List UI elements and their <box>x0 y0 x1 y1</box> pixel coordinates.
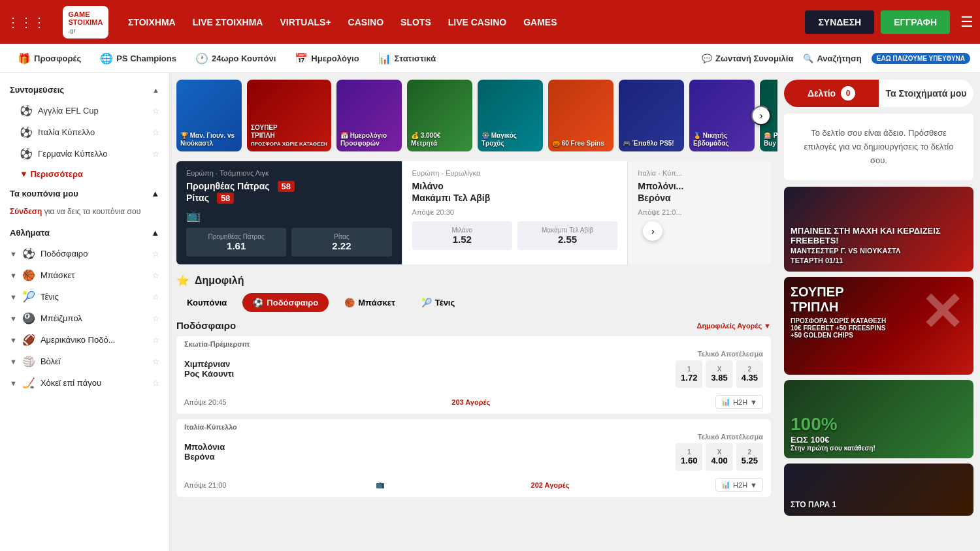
shortcuts-header[interactable]: Συντομεύσεις ▲ <box>0 80 169 100</box>
carousel-next-button[interactable]: › <box>751 106 771 125</box>
sport-item-basket[interactable]: ▼ 🏀 Μπάσκετ ☆ <box>0 264 169 286</box>
subnav-ps-champions[interactable]: 🌐 PS Champions <box>92 49 184 68</box>
nav-casino[interactable]: CASINO <box>342 13 390 31</box>
sport-label-volleyball: Βόλεϊ <box>41 356 61 366</box>
fav-icon-1[interactable]: ☆ <box>152 106 159 116</box>
tab-coupons[interactable]: Κουπόνια <box>176 293 237 312</box>
sport-fav-tennis[interactable]: ☆ <box>152 292 159 302</box>
nav-live-casino[interactable]: LIVE CASINO <box>442 13 513 31</box>
match-1-odds-x[interactable]: X 3.85 <box>706 360 732 388</box>
sport-item-tennis[interactable]: ▼ 🎾 Τένις ☆ <box>0 286 169 307</box>
sport-item-volleyball[interactable]: ▼ 🏐 Βόλεϊ ☆ <box>0 351 169 372</box>
sidebar-item-germany[interactable]: ⚽ Γερμανία Κύπελλο ☆ <box>0 143 169 165</box>
sport-fav-soccer[interactable]: ☆ <box>152 249 159 259</box>
sport-icon-soccer: ⚽ <box>22 247 35 260</box>
sub-navigation: 🎁 Προσφορές 🌐 PS Champions 🕐 24ωρο Κουπό… <box>0 44 980 73</box>
sport-label-tennis: Τένις <box>41 292 59 302</box>
register-button[interactable]: ΕΓΓΡΑΦΗ <box>881 10 950 34</box>
chevron-icon-2: ▼ <box>750 481 757 489</box>
banner-card-6[interactable]: 🎃 60 Free Spins <box>548 80 613 151</box>
popular-markets-btn[interactable]: Δημοφιλείς Αγορές ▼ <box>696 322 771 330</box>
fav-icon-3[interactable]: ☆ <box>152 150 159 159</box>
live-odds-btn-2[interactable]: Ρίτας 2.22 <box>291 228 391 257</box>
match-1-odds-1[interactable]: 1 1.72 <box>676 360 702 388</box>
tab-basket[interactable]: 🏀 Μπάσκετ <box>334 293 406 312</box>
sidebar-germany-label: Γερμανία Κύπελλο <box>38 149 107 159</box>
match-2-result-header: Τελικό Αποτέλεσμα <box>676 433 763 441</box>
logo[interactable]: GAMESTOIXIMA.gr <box>63 6 108 39</box>
banner-card-2[interactable]: ΣΟΥΠΕΡΤΡΙΠΛΗΠΡΟΣΦΟΡΑ ΧΩΡΙΣ ΚΑΤΑΘΕΣΗ <box>247 80 331 151</box>
grid-icon[interactable]: ⋮⋮⋮ <box>7 14 46 30</box>
search-button[interactable]: 🔍 Αναζήτηση <box>803 54 861 63</box>
sport-item-hockey[interactable]: ▼ 🏒 Χόκεϊ επί πάγου ☆ <box>0 372 169 394</box>
promo-banner-1[interactable]: ΜΠΑΙΝΕΙΣ ΣΤΗ ΜΑΧΗ ΚΑΙ ΚΕΡΔΙΖΕΙΣ FREEBETS… <box>784 187 973 272</box>
match-2-h2h-btn[interactable]: 📊 H2H ▼ <box>715 478 763 492</box>
sidebar-more-btn[interactable]: ▼ Περισσότερα <box>0 165 169 183</box>
match-2-odds-2[interactable]: 2 5.25 <box>736 443 763 471</box>
popular-tabs: Κουπόνια ⚽ Ποδόσφαιρο 🏀 Μπάσκετ 🎾 Τένις <box>176 293 771 312</box>
fav-icon-2[interactable]: ☆ <box>152 128 159 137</box>
match-2-odds-x[interactable]: X 4.00 <box>706 443 732 471</box>
nav-virtuals[interactable]: VIRTUALS+ <box>273 13 337 31</box>
match-1-h2h-btn[interactable]: 📊 H2H ▼ <box>715 395 763 409</box>
sport-fav-american[interactable]: ☆ <box>152 336 159 345</box>
banner-card-5[interactable]: 🎡 ΜαγικόςΤροχός <box>478 80 543 151</box>
sport-item-american[interactable]: ▼ 🏈 Αμερικάνικο Ποδό... ☆ <box>0 329 169 351</box>
sidebar: Συντομεύσεις ▲ ⚽ Αγγλία EFL Cup ☆ ⚽ Ιταλ… <box>0 73 170 551</box>
hamburger-icon[interactable]: ☰ <box>960 14 973 31</box>
sport-fav-volleyball[interactable]: ☆ <box>152 357 159 366</box>
live-chat-button[interactable]: 💬 Ζωντανή Συνομιλία <box>702 54 793 63</box>
nav-stoixima[interactable]: ΣΤΟΙΧΗΜΑ <box>122 13 182 31</box>
sidebar-item-italy[interactable]: ⚽ Ιταλία Κύπελλο ☆ <box>0 121 169 143</box>
live-score1: 58 <box>278 181 295 192</box>
subnav-calendar[interactable]: 📅 Ημερολόγιο <box>287 49 367 68</box>
my-bets-button[interactable]: Τα Στοιχήματά μου <box>879 80 973 107</box>
match-2-markets-link[interactable]: 202 Αγορές <box>531 481 570 489</box>
banner-card-1[interactable]: 🏆 Μαν. Γιουν. vsΝιούκαστλ <box>176 80 242 151</box>
sidebar-item-efl[interactable]: ⚽ Αγγλία EFL Cup ☆ <box>0 100 169 121</box>
live-match-1-odds: Προμηθέας Πάτρας 1.61 Ρίτας 2.22 <box>186 228 392 257</box>
match-2-time: Απόψε 21:00 <box>184 481 226 489</box>
match-1-odds-2-val: 4.35 <box>742 373 758 383</box>
betslip-button[interactable]: Δελτίο 0 <box>784 80 879 107</box>
match-1-odds-2[interactable]: 2 4.35 <box>736 360 763 388</box>
live-next-button[interactable]: › <box>643 221 662 241</box>
promo-banner-4[interactable]: ΣΤΟ ΠΑΡΑ 1 <box>784 464 973 516</box>
live-odds-btn-1[interactable]: Προμηθέας Πάτρας 1.61 <box>186 228 286 257</box>
sport-fav-basket[interactable]: ☆ <box>152 271 159 280</box>
nav-slots[interactable]: SLOTS <box>394 13 438 31</box>
coupons-header[interactable]: Τα κουπόνια μου ▲ <box>0 183 169 204</box>
sport-fav-hockey[interactable]: ☆ <box>152 379 159 388</box>
nav-games[interactable]: GAMES <box>517 13 563 31</box>
coupons-login-link[interactable]: Σύνδεση <box>10 207 42 216</box>
live-match-1: Ευρώπη - Τσάμπιονς Λιγκ Προμηθέας Πάτρας… <box>176 161 402 264</box>
promo-banner-2[interactable]: ΣΟΥΠΕΡΤΡΙΠΛΗ ΠΡΟΣΦΟΡΑ ΧΩΡΙΣ ΚΑΤΑΘΕΣΗ10€ … <box>784 277 973 375</box>
subnav-right: 💬 Ζωντανή Συνομιλία 🔍 Αναζήτηση ΕΑΩ ΠΑΙΖ… <box>702 53 970 64</box>
subnav-24hr[interactable]: 🕐 24ωρο Κουπόνι <box>188 49 284 68</box>
sports-header[interactable]: Αθλήματα ▲ <box>0 223 169 243</box>
banner-card-8[interactable]: 🏅 ΝικητήςΕβδομάδας <box>689 80 755 151</box>
sport-icon-tennis: 🎾 <box>22 291 35 303</box>
live-odds2-btn-1[interactable]: Μιλάνο 1.52 <box>412 221 512 250</box>
sport-item-soccer[interactable]: ▼ ⚽ Ποδόσφαιρο ☆ <box>0 243 169 264</box>
promo-banner-3[interactable]: 100% ΕΩΣ 100€ Στην πρώτη σου κατάθεση! <box>784 380 973 458</box>
live-match-2-team2: Μακάμπι Τελ Αβίβ <box>412 193 618 203</box>
match-1-markets-link[interactable]: 203 Αγορές <box>451 398 490 406</box>
tab-tennis[interactable]: 🎾 Τένις <box>411 293 465 312</box>
subnav-stats[interactable]: 📊 Στατιστικά <box>370 49 444 68</box>
banner-card-7[interactable]: 🎮 Έπαθλο PS5! <box>619 80 684 151</box>
banner-card-3[interactable]: 📅 ΗμερολόγιοΠροσφορών <box>336 80 402 151</box>
tab-soccer[interactable]: ⚽ Ποδόσφαιρο <box>242 293 329 312</box>
login-button[interactable]: ΣΥΝΔΕΣΗ <box>805 10 874 34</box>
live-match-section: Ευρώπη - Τσάμπιονς Λιγκ Προμηθέας Πάτρας… <box>176 161 771 264</box>
sport-fav-baseball[interactable]: ☆ <box>152 314 159 323</box>
sport-arrow-7: ▼ <box>10 379 17 387</box>
subnav-offers[interactable]: 🎁 Προσφορές <box>10 49 89 68</box>
responsible-badge: ΕΑΩ ΠΑΙΖΟΥΜΕ ΥΠΕΥΘΥΝΑ <box>872 53 970 64</box>
banner-card-4[interactable]: 💰 3.000€Μετρητά <box>407 80 472 151</box>
match-1-result-header: Τελικό Αποτέλεσμα <box>676 350 763 358</box>
nav-live-stoixima[interactable]: LIVE ΣΤΟΙΧΗΜΑ <box>186 13 270 31</box>
live-odds2-btn-2[interactable]: Μακάμπι Τελ Αβίβ 2.55 <box>517 221 617 250</box>
sport-item-baseball[interactable]: ▼ 🎱 Μπέιζμπολ ☆ <box>0 307 169 329</box>
match-2-odds-1[interactable]: 1 1.60 <box>676 443 702 471</box>
